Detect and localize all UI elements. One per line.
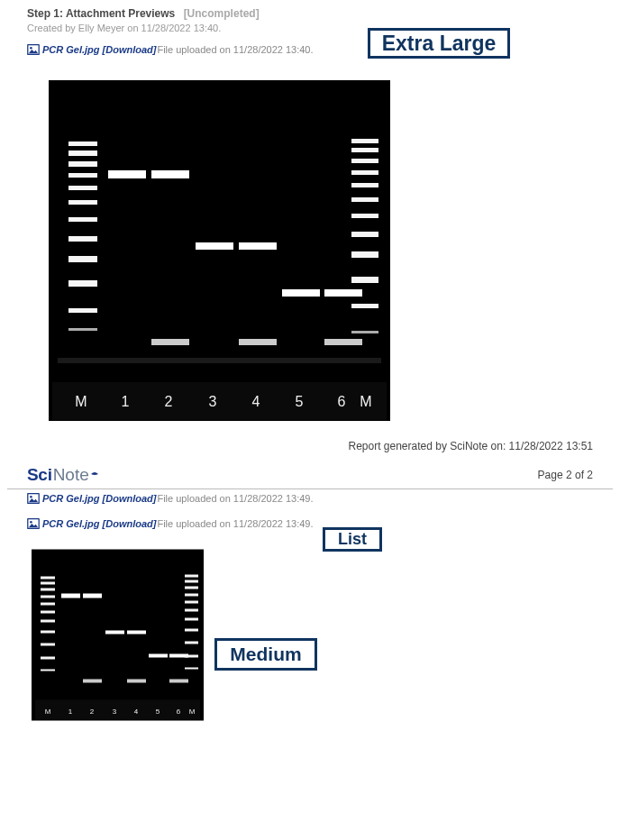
pcr-gel-svg-large: M123 456M (49, 80, 390, 421)
svg-rect-85 (35, 700, 200, 720)
callout-label: Extra Large (382, 32, 497, 56)
svg-rect-70 (127, 680, 146, 683)
logo-mark-icon (90, 471, 99, 480)
svg-rect-66 (83, 594, 102, 598)
svg-rect-81 (185, 629, 198, 632)
svg-rect-73 (169, 680, 188, 683)
svg-rect-3 (49, 80, 390, 421)
svg-rect-64 (41, 670, 55, 671)
attachment-filename[interactable]: PCR Gel.jpg (42, 493, 100, 504)
svg-rect-4 (52, 382, 387, 420)
svg-rect-33 (351, 232, 378, 237)
svg-text:1: 1 (122, 394, 130, 409)
svg-rect-83 (185, 655, 198, 658)
svg-rect-77 (185, 594, 198, 597)
svg-rect-60 (41, 620, 55, 623)
svg-rect-59 (41, 611, 55, 614)
svg-point-49 (30, 496, 32, 498)
svg-text:M: M (360, 394, 371, 409)
svg-rect-11 (68, 217, 97, 222)
svg-rect-29 (351, 170, 378, 175)
download-link[interactable]: [Download] (103, 493, 157, 504)
svg-rect-13 (68, 256, 97, 262)
svg-rect-80 (185, 618, 198, 621)
svg-point-52 (30, 521, 32, 524)
step-status-badge: [Uncompleted] (184, 7, 260, 20)
svg-rect-28 (351, 159, 378, 163)
svg-rect-69 (127, 631, 146, 635)
svg-rect-18 (151, 170, 189, 178)
callout-list: List (323, 527, 382, 552)
logo-part-sci: Sci (27, 465, 52, 485)
svg-rect-22 (239, 339, 277, 345)
svg-rect-74 (185, 575, 198, 578)
download-link[interactable]: [Download] (103, 44, 157, 55)
svg-rect-27 (351, 148, 378, 152)
gel-image-large: M123 456M (49, 80, 593, 424)
logo-part-note: Note (53, 465, 89, 485)
svg-text:4: 4 (252, 394, 260, 409)
svg-text:5: 5 (296, 394, 304, 409)
svg-text:M: M (189, 708, 196, 716)
svg-text:4: 4 (134, 708, 139, 716)
image-icon (27, 493, 40, 504)
svg-rect-25 (324, 339, 362, 345)
svg-text:3: 3 (209, 394, 217, 409)
step-title: Step 1: Attachment Previews (27, 7, 175, 20)
svg-point-2 (30, 47, 32, 50)
divider (7, 488, 613, 489)
svg-rect-12 (68, 236, 97, 242)
svg-rect-63 (41, 657, 55, 660)
svg-rect-7 (68, 161, 97, 167)
svg-rect-55 (41, 582, 55, 585)
svg-text:2: 2 (165, 394, 173, 409)
svg-rect-16 (68, 328, 97, 331)
callout-medium: Medium (214, 638, 317, 671)
svg-rect-67 (83, 680, 102, 683)
svg-rect-30 (351, 183, 378, 187)
svg-rect-34 (351, 251, 378, 258)
svg-rect-9 (68, 186, 97, 190)
callout-extra-large: Extra Large (368, 28, 510, 59)
svg-rect-82 (185, 642, 198, 644)
svg-text:2: 2 (90, 708, 95, 716)
svg-rect-71 (149, 654, 168, 658)
report-generated-text: Report generated by SciNote on: 11/28/20… (27, 440, 593, 452)
svg-rect-21 (239, 242, 277, 250)
svg-rect-79 (185, 609, 198, 612)
svg-rect-5 (68, 142, 97, 146)
svg-rect-23 (282, 289, 320, 297)
svg-text:5: 5 (156, 708, 160, 716)
svg-rect-54 (41, 577, 55, 580)
svg-rect-15 (68, 308, 97, 313)
svg-rect-65 (61, 594, 80, 598)
svg-rect-26 (351, 139, 378, 143)
svg-rect-37 (351, 331, 378, 333)
attachment-filename[interactable]: PCR Gel.jpg (42, 44, 100, 55)
page-footer: Sci Note Page 2 of 2 (27, 460, 593, 488)
callout-label: List (338, 530, 367, 549)
svg-rect-76 (185, 587, 198, 589)
callout-label: Medium (230, 644, 301, 665)
image-icon (27, 518, 40, 529)
svg-rect-56 (41, 589, 55, 591)
svg-text:M: M (75, 394, 87, 409)
svg-rect-75 (185, 580, 198, 583)
image-icon (27, 44, 40, 55)
attachment-meta: File uploaded on 11/28/2022 13:49. (157, 518, 313, 529)
download-link[interactable]: [Download] (103, 518, 157, 529)
svg-rect-84 (185, 668, 198, 670)
svg-rect-31 (351, 197, 378, 202)
svg-rect-10 (68, 200, 97, 205)
svg-rect-8 (68, 173, 97, 178)
svg-rect-14 (68, 280, 97, 287)
svg-rect-53 (32, 550, 204, 721)
attachment-row: PCR Gel.jpg [Download] File uploaded on … (27, 518, 593, 529)
attachment-row: PCR Gel.jpg [Download] File uploaded on … (27, 493, 593, 504)
attachment-filename[interactable]: PCR Gel.jpg (42, 518, 100, 529)
svg-rect-62 (41, 644, 55, 646)
svg-rect-58 (41, 603, 55, 606)
svg-text:6: 6 (338, 394, 346, 409)
svg-rect-17 (108, 170, 146, 178)
svg-rect-20 (196, 242, 233, 250)
